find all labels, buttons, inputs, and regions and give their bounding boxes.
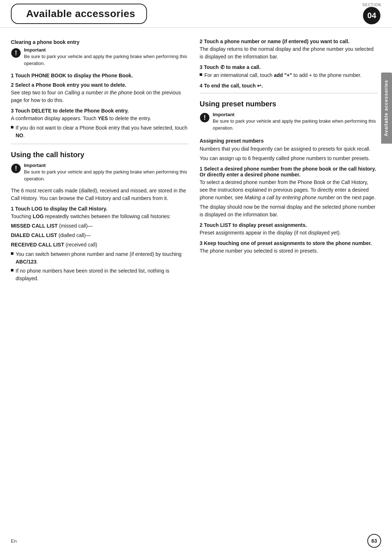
important-icon-1: ! xyxy=(11,48,21,58)
call-history-body: The 6 most recent calls made (dialled), … xyxy=(11,187,189,202)
important-label-3: Important xyxy=(213,112,377,117)
important-label-1: Important xyxy=(24,47,189,53)
important-text-1: Be sure to park your vehicle and apply t… xyxy=(24,53,189,67)
important-box-3: ! Important Be sure to park your vehicle… xyxy=(200,112,377,134)
call-list-missed: MISSED CALL LIST (missed call)— xyxy=(11,222,189,230)
divider-1 xyxy=(11,144,189,144)
step-list-title: 2 Touch LIST to display preset assignmen… xyxy=(200,222,377,228)
important-box-1: ! Important Be sure to park your vehicle… xyxy=(11,47,189,69)
call-history-title: Using the call history xyxy=(11,151,189,159)
important-content-2: Important Be sure to park your vehicle a… xyxy=(24,163,189,184)
assigning-title: Assigning preset numbers xyxy=(200,138,377,144)
step-select-body: To select a desired phone number from th… xyxy=(200,179,377,201)
page-title: Available accessories xyxy=(26,8,135,20)
step-end-title: 4 To end the call, touch ↩. xyxy=(200,83,377,89)
bullet-square-1 xyxy=(11,126,13,128)
assigning-body1: Numbers that you dial frequently can be … xyxy=(200,145,377,153)
divider-2 xyxy=(200,93,377,93)
footer: En 63 xyxy=(0,534,392,548)
bullet-square-abc xyxy=(11,252,13,255)
right-column: 2 Touch a phone number or name (if enter… xyxy=(200,35,377,282)
important-icon-3: ! xyxy=(200,113,210,123)
content-area: Clearing a phone book entry ! Important … xyxy=(0,28,392,290)
call-list-received: RECEIVED CALL LIST (received call) xyxy=(11,241,189,249)
step-log-title: 1 Touch LOG to display the Call History. xyxy=(11,206,189,212)
step3-body1: A confirmation display appears. Touch YE… xyxy=(11,115,189,122)
step3-title: 3 Touch DELETE to delete the Phone Book … xyxy=(11,108,189,114)
step-keep-body: The phone number you selected is stored … xyxy=(200,247,377,255)
step2-title: 2 Select a Phone Book entry you want to … xyxy=(11,82,189,88)
step3-bullet1: If you do not want to clear a Phone Book… xyxy=(11,124,189,139)
page-title-box: Available accessories xyxy=(11,4,147,24)
step2-body: See step two to four on Calling a number… xyxy=(11,89,189,104)
important-box-2: ! Important Be sure to park your vehicle… xyxy=(11,163,189,184)
page-header: Available accessories Section 04 xyxy=(0,0,392,28)
side-tab: Available accessories xyxy=(381,73,392,144)
step-list-body: Preset assignments appear in the display… xyxy=(200,229,377,237)
svg-text:!: ! xyxy=(204,114,206,121)
svg-text:!: ! xyxy=(15,49,17,57)
bullet-nophone-text: If no phone numbers have been stored in … xyxy=(16,267,189,282)
section-number: 04 xyxy=(363,7,380,24)
step-call-bullet: For an international call, touch add "+"… xyxy=(200,72,377,79)
bullet-nophone: If no phone numbers have been stored in … xyxy=(11,267,189,282)
bullet-square-call xyxy=(200,73,202,76)
important-icon-2: ! xyxy=(11,163,21,174)
step-log-body1: Touching LOG repeatedly switches between… xyxy=(11,213,189,220)
important-text-3: Be sure to park your vehicle and apply t… xyxy=(213,118,377,132)
step-call-title: 3 Touch ✆ to make a call. xyxy=(200,64,377,70)
preset-title: Using preset numbers xyxy=(200,100,377,108)
important-content-3: Important Be sure to park your vehicle a… xyxy=(213,112,377,134)
important-content-1: Important Be sure to park your vehicle a… xyxy=(24,47,189,69)
step-select-body2: The display should now be the normal dis… xyxy=(200,203,377,219)
important-text-2: Be sure to park your vehicle and apply t… xyxy=(24,169,189,183)
section-label: Section xyxy=(363,3,381,7)
step-keep-title: 3 Keep touching one of preset assignment… xyxy=(200,240,377,246)
important-label-2: Important xyxy=(24,163,189,168)
section-badge: Section 04 xyxy=(363,3,381,24)
call-list-dialed: DIALED CALL LIST (dialled call)— xyxy=(11,232,189,239)
bullet-abc: You can switch between phone number and … xyxy=(11,250,189,266)
svg-text:!: ! xyxy=(15,165,17,172)
step1-title: 1 Touch PHONE BOOK to display the Phone … xyxy=(11,73,189,78)
clearing-title: Clearing a phone book entry xyxy=(11,39,189,45)
footer-page: 63 xyxy=(367,534,381,548)
footer-lang: En xyxy=(11,538,17,544)
bullet-square-nophone xyxy=(11,269,13,272)
step-select-title: 1 Select a desired phone number from the… xyxy=(200,166,377,177)
step-touch-body: The display returns to the normal displa… xyxy=(200,45,377,61)
step-touch-title: 2 Touch a phone number or name (if enter… xyxy=(200,38,377,44)
assigning-body2: You can assign up to 6 frequently called… xyxy=(200,155,377,162)
left-column: Clearing a phone book entry ! Important … xyxy=(11,35,189,282)
